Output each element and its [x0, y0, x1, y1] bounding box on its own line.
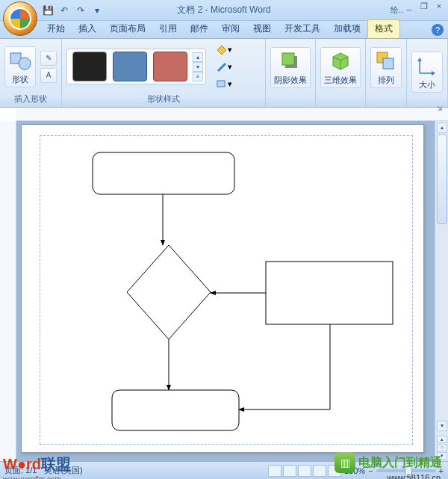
document-area: [16, 121, 435, 461]
prev-page-icon[interactable]: ▴: [437, 436, 447, 443]
vertical-ruler[interactable]: [0, 121, 16, 461]
tab-page-layout[interactable]: 页面布局: [103, 20, 152, 38]
shape-outline-button[interactable]: ▾: [214, 59, 234, 74]
watermark-left: W●rd联盟: [3, 454, 71, 475]
style-swatch-1[interactable]: [72, 52, 107, 81]
arrange-icon: [374, 49, 398, 73]
tab-developer[interactable]: 开发工具: [278, 20, 327, 38]
size-label: 大小: [419, 79, 435, 90]
change-shape-icon: [216, 78, 228, 89]
edit-shape-button[interactable]: ✎: [40, 51, 57, 66]
flowchart-node[interactable]: [93, 152, 234, 194]
3d-effects-button[interactable]: 三维效果: [320, 47, 361, 88]
ribbon: 形状 ✎ A 插入形状 ▴ ▾ ≡ ▾: [0, 39, 448, 108]
size-icon: [415, 54, 439, 78]
page[interactable]: [21, 124, 424, 453]
tab-insert[interactable]: 插入: [72, 20, 103, 38]
gallery-down-icon[interactable]: ▾: [193, 62, 203, 72]
svg-rect-6: [383, 58, 393, 69]
vertical-scrollbar[interactable]: ▴ ▾ ▴ ○ ▾: [435, 121, 448, 461]
tab-view[interactable]: 视图: [246, 20, 278, 38]
svg-rect-4: [282, 53, 294, 65]
watermark-left-url: www.wordlm.com: [3, 475, 61, 479]
flowchart-node[interactable]: [266, 262, 393, 324]
drawing-canvas[interactable]: [40, 135, 413, 445]
style-swatch-2[interactable]: [113, 52, 147, 81]
shapes-button[interactable]: 形状: [4, 46, 36, 87]
help-icon[interactable]: ?: [432, 24, 444, 36]
office-logo-icon: [9, 7, 31, 30]
group-shape-styles-label: 形状样式: [66, 92, 261, 106]
close-button[interactable]: ×: [433, 1, 445, 12]
save-icon[interactable]: 💾: [42, 4, 54, 16]
style-swatch-3[interactable]: [153, 52, 187, 81]
shapes-icon: [8, 49, 32, 72]
group-size: 大小 ⇲: [407, 39, 448, 107]
minimize-button[interactable]: _: [403, 1, 415, 12]
gallery-more-icon[interactable]: ≡: [193, 72, 203, 81]
window-title: 文档 2 - Microsoft Word: [177, 4, 270, 16]
tab-mailings[interactable]: 邮件: [184, 20, 215, 38]
group-3d: 三维效果: [316, 39, 366, 107]
watermark-right: ▥ 电脑入门到精通: [335, 452, 442, 473]
text-box-button[interactable]: A: [40, 68, 57, 83]
full-screen-view-icon[interactable]: [283, 465, 296, 477]
cube-icon: [329, 49, 352, 73]
flowchart-node[interactable]: [112, 390, 239, 430]
group-shape-styles: ▴ ▾ ≡ ▾ ▾ ▾ 形状样式: [62, 39, 266, 107]
horizontal-ruler[interactable]: [16, 108, 448, 121]
tab-review[interactable]: 审阅: [215, 20, 246, 38]
group-arrange: 排列: [366, 39, 407, 107]
pen-icon: [216, 61, 228, 72]
restore-button[interactable]: ❐: [418, 1, 430, 12]
flowchart: [40, 136, 414, 445]
arrange-button[interactable]: 排列: [370, 47, 402, 88]
group-shadow: 阴影效果: [266, 39, 316, 107]
gallery-up-icon[interactable]: ▴: [193, 52, 203, 62]
scroll-thumb[interactable]: [437, 135, 447, 224]
size-launcher-icon[interactable]: ⇲: [435, 105, 444, 114]
shape-fill-button[interactable]: ▾: [214, 42, 234, 57]
shadow-effects-button[interactable]: 阴影效果: [270, 47, 311, 88]
group-insert-shapes: 形状 ✎ A 插入形状: [0, 39, 62, 107]
shape-style-gallery[interactable]: ▴ ▾ ≡: [66, 49, 206, 84]
print-layout-view-icon[interactable]: [268, 465, 281, 477]
office-button[interactable]: [3, 1, 37, 36]
scroll-up-icon[interactable]: ▴: [437, 123, 447, 133]
shadow-label: 阴影效果: [274, 75, 307, 86]
undo-icon[interactable]: ↶: [58, 4, 70, 16]
scroll-down-icon[interactable]: ▾: [437, 421, 447, 431]
quick-access-toolbar: 💾 ↶ ↷ ▾: [42, 4, 103, 16]
svg-point-1: [19, 58, 31, 69]
change-shape-button[interactable]: ▾: [214, 76, 234, 91]
group-insert-shapes-label: 插入形状: [4, 92, 57, 106]
shadow-icon: [279, 49, 302, 73]
view-buttons: [268, 465, 341, 477]
window-controls: _ ❐ ×: [403, 1, 445, 12]
arrange-label: 排列: [378, 75, 394, 86]
qat-customize-icon[interactable]: ▾: [91, 4, 103, 16]
outline-view-icon[interactable]: [313, 465, 326, 477]
browse-object-icon[interactable]: ○: [437, 444, 447, 451]
tab-references[interactable]: 引用: [152, 20, 184, 38]
flowchart-node[interactable]: [127, 245, 211, 339]
watermark-right-url: www.58116.cn: [387, 473, 441, 479]
tab-home[interactable]: 开始: [40, 20, 72, 38]
paint-bucket-icon: [216, 44, 228, 55]
contextual-tab-label: 绘..: [391, 4, 403, 16]
title-bar: 💾 ↶ ↷ ▾ 文档 2 - Microsoft Word 绘.. _ ❐ ×: [0, 0, 448, 21]
tab-addins[interactable]: 加载项: [327, 20, 367, 38]
size-button[interactable]: 大小: [411, 52, 443, 93]
svg-rect-2: [217, 81, 225, 87]
ribbon-tabs: 开始 插入 页面布局 引用 邮件 审阅 视图 开发工具 加载项 格式 ?: [0, 21, 448, 39]
3d-label: 三维效果: [324, 75, 357, 86]
web-layout-view-icon[interactable]: [298, 465, 311, 477]
watermark-logo-icon: ▥: [335, 452, 355, 473]
shapes-label: 形状: [12, 74, 28, 85]
tab-format[interactable]: 格式: [367, 19, 400, 38]
redo-icon[interactable]: ↷: [75, 4, 87, 16]
